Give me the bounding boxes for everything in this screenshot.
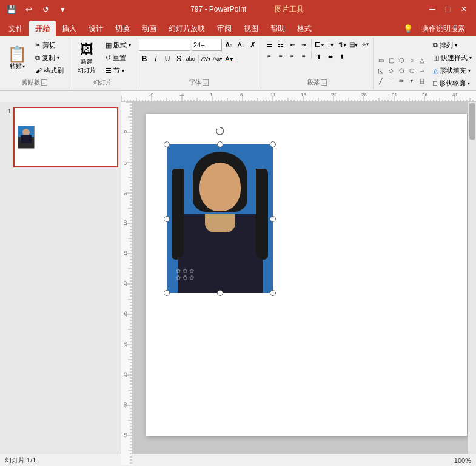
increase-font-button[interactable]: A↑ — [223, 39, 234, 50]
shape-right-triangle[interactable]: ◺ — [376, 66, 386, 75]
align-bottom-button[interactable]: ⬇ — [337, 51, 347, 62]
undo-button[interactable]: ↩ — [22, 2, 35, 16]
arrange-button[interactable]: ⧉ 排列 ▾ — [431, 39, 474, 51]
quick-styles-dropdown: ▾ — [469, 55, 472, 61]
tab-design[interactable]: 设计 — [82, 21, 109, 36]
tab-animation[interactable]: 动画 — [136, 21, 163, 36]
columns-button[interactable]: ⧠▾ — [313, 39, 324, 50]
handle-bl[interactable] — [164, 290, 170, 296]
new-slide-button[interactable]: 🖼 新建幻灯片 — [72, 39, 102, 78]
handle-tr[interactable] — [270, 141, 276, 147]
shape-arrow[interactable]: → — [417, 66, 427, 75]
font-color-button[interactable]: A▾ — [224, 53, 235, 64]
underline-button[interactable]: U — [162, 53, 173, 64]
bold-button[interactable]: B — [139, 53, 150, 64]
bullets-button[interactable]: ☰ — [264, 39, 275, 50]
rotate-handle[interactable] — [215, 126, 225, 136]
text-direction-button[interactable]: ⇅▾ — [337, 39, 347, 50]
paragraph-expand[interactable]: ⌵ — [321, 79, 327, 86]
font-expand[interactable]: ⌵ — [203, 79, 209, 86]
decrease-font-button[interactable]: A↓ — [235, 39, 246, 50]
format-painter-button[interactable]: 🖌 格式刷 — [33, 64, 66, 76]
section-dropdown: ▾ — [122, 68, 124, 73]
handle-br[interactable] — [270, 290, 276, 296]
search-tab[interactable]: 操作说明搜索 — [415, 21, 471, 36]
align-top-button[interactable]: ⬆ — [313, 51, 324, 62]
customize-button[interactable]: ▾ — [56, 2, 69, 16]
shape-snip-rect[interactable]: ⬡ — [397, 55, 406, 65]
redo-button[interactable]: ↺ — [39, 2, 52, 16]
shape-textbox[interactable]: ⌸ — [417, 76, 427, 86]
paste-button[interactable]: 📋 粘贴▾ — [2, 39, 32, 78]
shape-pentagon[interactable]: ⬠ — [397, 66, 406, 75]
shape-rounded-rect[interactable]: ▢ — [386, 55, 396, 65]
char-spacing-button[interactable]: AV▾ — [201, 53, 212, 64]
shape-oval[interactable]: ○ — [407, 55, 417, 65]
tab-insert[interactable]: 插入 — [56, 21, 82, 36]
slides-group: 🖼 新建幻灯片 ▦ 版式 ▾ ↺ 重置 ☰ 节 ▾ — [69, 38, 136, 89]
handle-tc[interactable] — [217, 141, 223, 147]
shape-rect[interactable]: ▭ — [376, 55, 386, 65]
smartart-button[interactable]: ⟡▾ — [360, 39, 370, 50]
shape-outline-button[interactable]: □ 形状轮廓 ▾ — [431, 77, 474, 89]
shape-triangle[interactable]: △ — [417, 55, 427, 65]
align-left-button[interactable]: ≡ — [264, 51, 275, 62]
italic-button[interactable]: I — [150, 53, 161, 64]
tab-help[interactable]: 帮助 — [264, 21, 291, 36]
copy-button[interactable]: ⧉ 复制 ▾ — [33, 52, 66, 64]
tab-view[interactable]: 视图 — [238, 21, 264, 36]
canvas-area[interactable]: ✿ ✿ ✿✿ ✿ ✿ — [121, 102, 476, 465]
strikethrough-button[interactable]: S — [173, 53, 184, 64]
tab-transition[interactable]: 切换 — [109, 21, 136, 36]
clipboard-expand[interactable]: ⌵ — [41, 79, 47, 86]
shape-connector[interactable]: ⌒ — [386, 76, 396, 86]
justify-button[interactable]: ≡ — [298, 51, 309, 62]
slide-canvas[interactable]: ✿ ✿ ✿✿ ✿ ✿ — [146, 114, 467, 436]
clear-format-button[interactable]: ✗ — [247, 39, 258, 50]
cut-button[interactable]: ✂ 剪切 — [33, 39, 66, 51]
align-right-button[interactable]: ≡ — [287, 51, 298, 62]
shape-line[interactable]: ╱ — [376, 76, 386, 86]
decrease-indent-button[interactable]: ⇤ — [287, 39, 298, 50]
shadow-button[interactable]: abc — [185, 53, 196, 64]
help-icon[interactable]: 💡 — [403, 24, 413, 33]
shape-diamond[interactable]: ◇ — [386, 66, 396, 75]
quick-styles-button[interactable]: ◫ 快速样式 ▾ — [431, 52, 474, 64]
align-center-button[interactable]: ≡ — [275, 51, 286, 62]
layout-button[interactable]: ▦ 版式 ▾ — [103, 39, 133, 51]
maximize-button[interactable]: □ — [441, 3, 455, 15]
handle-tl[interactable] — [164, 141, 170, 147]
slide-panel[interactable]: 1 — [0, 102, 121, 465]
tab-slideshow[interactable]: 幻灯片放映 — [163, 21, 211, 36]
vertical-scrollbar[interactable] — [468, 102, 476, 456]
tab-home[interactable]: 开始 — [29, 21, 56, 36]
shape-hexagon[interactable]: ⬡ — [407, 66, 417, 75]
shape-fill-button[interactable]: ◭ 形状填充 ▾ — [431, 64, 474, 76]
text-align-button[interactable]: ▤▾ — [348, 39, 359, 50]
shape-freeform[interactable]: ✏ — [397, 76, 406, 86]
line-spacing-button[interactable]: ↕▾ — [325, 39, 336, 50]
shape-more[interactable]: ▾ — [407, 76, 417, 86]
font-color-label-button[interactable]: Aa▾ — [212, 53, 223, 64]
font-size-input[interactable] — [192, 39, 222, 51]
increase-indent-button[interactable]: ⇥ — [298, 39, 309, 50]
tab-review[interactable]: 审阅 — [211, 21, 238, 36]
handle-bc[interactable] — [217, 290, 223, 296]
slide-thumb-image-1[interactable] — [13, 107, 118, 167]
tab-format[interactable]: 格式 — [291, 21, 318, 36]
title-text: 797 - PowerPoint — [190, 5, 246, 13]
align-middle-button[interactable]: ⬌ — [325, 51, 336, 62]
font-name-input[interactable] — [139, 39, 190, 51]
slide-thumbnail-1[interactable]: 1 — [2, 107, 118, 167]
section-button[interactable]: ☰ 节 ▾ — [103, 64, 133, 76]
v-scroll-thumb[interactable] — [469, 103, 475, 140]
reset-button[interactable]: ↺ 重置 — [103, 52, 133, 64]
photo-container[interactable]: ✿ ✿ ✿✿ ✿ ✿ — [167, 144, 273, 293]
tab-file[interactable]: 文件 — [2, 21, 29, 36]
numbering-button[interactable]: ☷ — [275, 39, 286, 50]
save-button[interactable]: 💾 — [5, 2, 18, 16]
handle-mr[interactable] — [270, 216, 276, 222]
minimize-button[interactable]: ─ — [425, 3, 440, 15]
handle-ml[interactable] — [164, 216, 170, 222]
close-button[interactable]: ✕ — [457, 3, 471, 15]
